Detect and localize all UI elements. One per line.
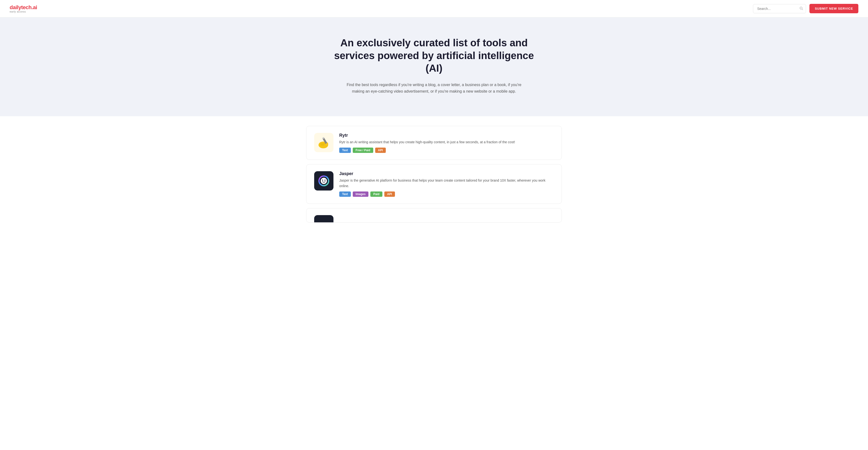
hero-description: Find the best tools regardless if you're… (342, 82, 526, 94)
tool-name-rytr: Rytr (339, 133, 554, 138)
tool-logo-jasper (314, 171, 334, 190)
tool-card-jasper[interactable]: Jasper Jasper is the generative AI platf… (306, 164, 562, 204)
hero-section: An exclusively curated list of tools and… (0, 18, 868, 116)
tag-free-paid-rytr[interactable]: Free / Paid (353, 148, 373, 153)
submit-new-service-button[interactable]: SUBMIT NEW SERVICE (809, 4, 858, 13)
svg-point-11 (321, 178, 327, 184)
tool-info-rytr: Rytr Rytr is an AI writing assistant tha… (339, 133, 554, 153)
tag-images-jasper[interactable]: Images (353, 191, 368, 197)
svg-rect-7 (320, 144, 326, 144)
header: dailytech.ai early access SUBMIT NEW SER… (0, 0, 868, 18)
tag-api-rytr[interactable]: API (375, 148, 386, 153)
logo[interactable]: dailytech.ai early access (10, 4, 37, 13)
tools-list: Rytr Rytr is an AI writing assistant tha… (306, 126, 562, 222)
search-wrap (753, 4, 806, 13)
tool-card-partial[interactable] (306, 208, 562, 222)
tag-text-jasper[interactable]: Text (339, 191, 351, 197)
header-right: SUBMIT NEW SERVICE (753, 4, 858, 13)
svg-point-13 (324, 180, 326, 181)
logo-brand: dailytech (10, 4, 32, 10)
tag-api-jasper[interactable]: API (384, 191, 395, 197)
tag-text-rytr[interactable]: Text (339, 148, 351, 153)
logo-text: dailytech.ai (10, 4, 37, 10)
hero-title: An exclusively curated list of tools and… (330, 37, 538, 75)
logo-accent: .ai (32, 4, 37, 10)
tool-logo-rytr (314, 133, 334, 152)
tool-card-rytr[interactable]: Rytr Rytr is an AI writing assistant tha… (306, 126, 562, 160)
tool-info-jasper: Jasper Jasper is the generative AI platf… (339, 171, 554, 197)
tags-rytr: Text Free / Paid API (339, 148, 554, 153)
tools-section: Rytr Rytr is an AI writing assistant tha… (0, 116, 868, 237)
tag-paid-jasper[interactable]: Paid (370, 191, 382, 197)
tool-logo-partial (314, 215, 334, 222)
svg-rect-8 (320, 145, 324, 145)
tags-jasper: Text Images Paid API (339, 191, 554, 197)
search-input[interactable] (753, 4, 806, 13)
tool-desc-rytr: Rytr is an AI writing assistant that hel… (339, 140, 554, 145)
tool-desc-jasper: Jasper is the generative AI platform for… (339, 178, 554, 188)
tool-name-jasper: Jasper (339, 171, 554, 176)
logo-sub: early access (10, 10, 26, 13)
svg-point-12 (322, 180, 323, 181)
